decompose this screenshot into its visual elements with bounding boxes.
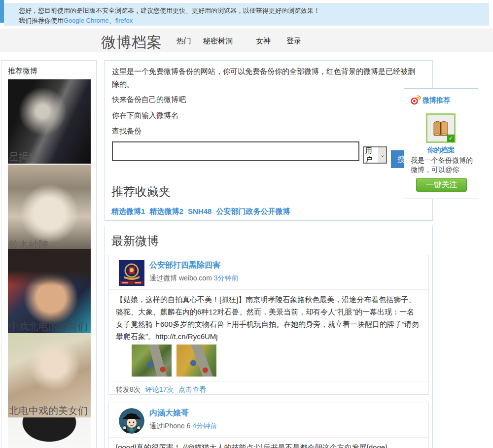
post-via: 通过微博 weibo.com — [149, 274, 212, 282]
post-photo-1[interactable] — [132, 345, 172, 377]
post-item: 内涵大婊哥 通过iPhone 64分钟前 [good]真的很厉害！ //@猫猫大… — [108, 403, 429, 448]
view-link[interactable]: 点击查看 — [178, 385, 206, 393]
post-meta: 通过微博 weibo.com3分钟前 — [149, 274, 239, 283]
post-image-row — [132, 345, 428, 377]
post-username-link[interactable]: 公安部打四黑除四害 — [149, 260, 220, 271]
firefox-link[interactable]: firefox — [115, 17, 133, 24]
banner-accent-bar — [0, 0, 4, 23]
folders-title: 推荐收藏夹 — [111, 184, 171, 200]
latest-posts-card: 最新微博 公安部打四黑除四害 通过微博 weibo.com3分钟前 【姑娘，这样… — [105, 226, 433, 448]
repost-count: 转发8次 — [116, 385, 141, 393]
banner-separator: 、 — [109, 17, 115, 24]
intro-input-hint: 你在下面输入微博名 — [112, 109, 418, 122]
post-photo-2[interactable] — [176, 345, 216, 377]
site-title: 微博档案 — [101, 33, 162, 53]
select-value: 用户 — [364, 146, 379, 164]
post-header: 公安部打四黑除四害 通过微博 weibo.com3分钟前 — [109, 255, 428, 290]
banner-line2: 我们推荐你使用Google Chrome、firefox — [19, 16, 489, 26]
one-click-follow-button[interactable]: 一键关注 — [416, 178, 467, 192]
post-text: 【姑娘，这样的自拍真心不美！[抓狂]】南京明孝陵石象路秋色最美，沿途分布着包括狮… — [109, 290, 428, 343]
weibo-recommend-widget: 微博推荐 ✓ 你的档案 我是一个备份微博的微博，可以@你 一键关注 — [404, 88, 478, 199]
nav-secret-tree-hole[interactable]: 秘密树洞 — [203, 36, 233, 46]
sidebar-title: 推荐微博 — [8, 67, 37, 76]
folder-link-featured2[interactable]: 精选微博2 — [150, 207, 183, 215]
post-username-link[interactable]: 内涵大婊哥 — [149, 408, 189, 418]
intro-find-backup: 查找备份 — [112, 125, 418, 138]
latest-posts-title: 最新微博 — [111, 233, 159, 249]
folder-link-featured1[interactable]: 精选微博1 — [111, 207, 145, 215]
your-archive-link[interactable]: 你的档案 — [404, 146, 478, 155]
nav-hot[interactable]: 热门 — [176, 36, 191, 46]
chevron-down-icon[interactable]: ⌄ — [379, 147, 386, 163]
post-via: 通过iPhone 6 — [149, 422, 190, 430]
weibo-name-input[interactable] — [112, 141, 359, 161]
check-icon: ✓ — [447, 135, 455, 142]
post-item: 公安部打四黑除四害 通过微博 weibo.com3分钟前 【姑娘，这样的自拍真心… — [108, 255, 429, 395]
sidebar-item-handsome-guys[interactable]: 中戏北电的帅哥们 — [8, 249, 91, 333]
cartoon-hat-avatar[interactable] — [119, 408, 144, 434]
post-meta: 通过iPhone 64分钟前 — [149, 422, 217, 431]
folder-links: 精选微博1 精选微博2 SNH48 公安部门政务公开微博 — [111, 207, 293, 216]
banner-line2-prefix: 我们推荐你使用 — [19, 17, 64, 24]
recommended-weibo-sidebar: 推荐微博 星揭秘 鈴木紗陣 中戏北电的帅哥们 北电中戏的美女们 — [1, 60, 97, 448]
sidebar-item-star-secrets[interactable]: 星揭秘 — [8, 79, 91, 164]
archive-avatar[interactable]: ✓ — [426, 113, 456, 143]
post-text: [good]真的很厉害！ //@猫猫大人的技能点:以后书是不是都会朝这个方向发展… — [109, 438, 428, 448]
thumb-caption: 中戏北电的帅哥们 — [9, 320, 88, 333]
weibo-eye-icon — [410, 95, 421, 105]
folder-link-snh48[interactable]: SNH48 — [188, 207, 211, 215]
police-badge-avatar[interactable] — [119, 260, 144, 286]
sidebar-item-suzuki[interactable]: 鈴木紗陣 — [8, 165, 91, 249]
intro-backup-cta: 快来备份自己的微博吧 — [112, 93, 418, 106]
browser-warning-banner: 您好，您目前使用的是旧版不安全浏览器，建议您使用更快、更好用的浏览器，以便获得更… — [4, 3, 489, 26]
sidebar-item-sketch-face[interactable] — [8, 417, 91, 448]
post-header: 内涵大婊哥 通过iPhone 64分钟前 — [109, 403, 428, 438]
post-time: 4分钟前 — [192, 422, 217, 430]
sidebar-item-beauties[interactable]: 北电中戏的美女们 — [8, 333, 91, 417]
thumb-caption: 星揭秘 — [9, 150, 38, 164]
widget-description: 我是一个备份微博的微博，可以@你 — [411, 156, 473, 174]
chrome-link[interactable]: Google Chrome — [64, 17, 109, 24]
intro-card: 这里是一个免费微博备份的网站，你可以免费备份你的全部微博，红色背景的微博是已经被… — [105, 60, 433, 221]
intro-text: 这里是一个免费微博备份的网站，你可以免费备份你的全部微博，红色背景的微博是已经被… — [112, 65, 418, 91]
nav-goddess[interactable]: 女神 — [256, 36, 271, 46]
user-type-select[interactable]: 用户 ⌄ — [363, 146, 387, 164]
folder-link-police[interactable]: 公安部门政务公开微博 — [216, 207, 290, 215]
thumb-caption: 鈴木紗陣 — [9, 238, 48, 249]
thumb-caption: 北电中戏的美女们 — [9, 404, 88, 417]
widget-title-link[interactable]: 微博推荐 — [423, 96, 450, 105]
post-footer: 转发8次 评论17次 点击查看 — [109, 381, 428, 395]
banner-line1: 您好，您目前使用的是旧版不安全浏览器，建议您使用更快、更好用的浏览器，以便获得更… — [19, 6, 489, 16]
comment-count-link[interactable]: 评论17次 — [145, 385, 174, 393]
nav-login[interactable]: 登录 — [286, 36, 301, 46]
site-header: 微博档案 热门 秘密树洞 女神 登录 — [0, 29, 493, 52]
post-time: 3分钟前 — [214, 274, 239, 282]
